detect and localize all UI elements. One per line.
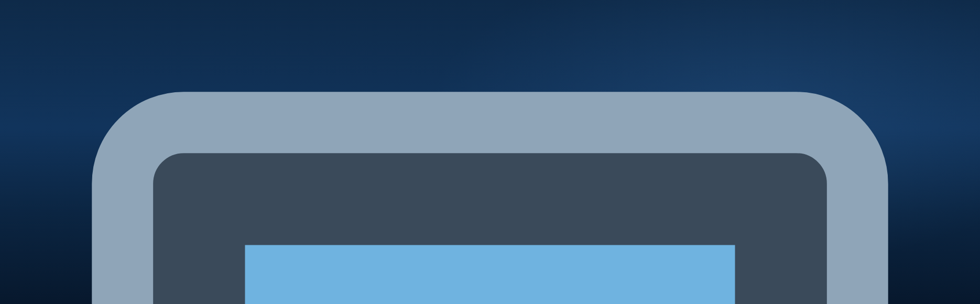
hero-photo bbox=[0, 0, 477, 304]
